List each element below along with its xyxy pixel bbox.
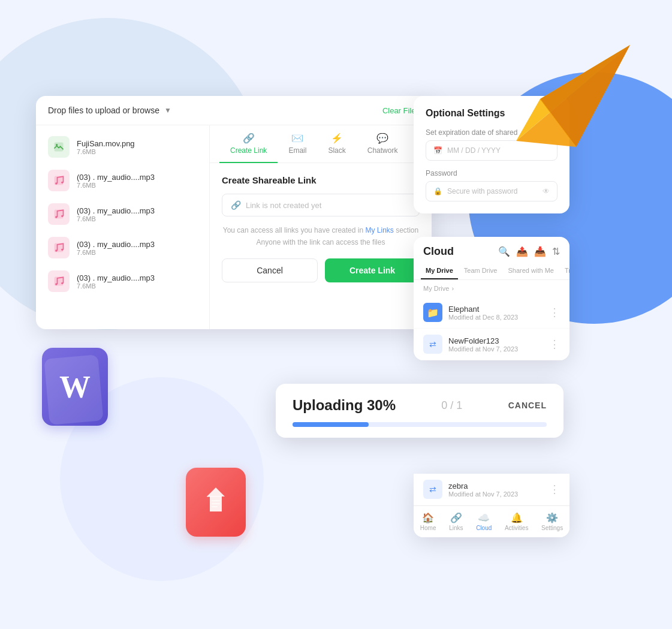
folder-item-zebra[interactable]: ⇄ zebra Modified at Nov 7, 2023 ⋮: [414, 474, 569, 505]
breadcrumb-my-drive[interactable]: My Drive: [423, 285, 449, 292]
nav-label-cloud: Cloud: [476, 525, 492, 531]
tabs-area: 🔗 Create Link ✉️ Email ⚡ Slack 💬 Chatwor…: [210, 125, 432, 329]
file-size: 7.6MB: [77, 182, 197, 189]
link-icon-small: 🔗: [231, 200, 241, 210]
sort-icon[interactable]: ⇅: [552, 246, 560, 257]
lock-icon: 🔒: [433, 187, 442, 195]
my-links-link[interactable]: My Links: [366, 226, 394, 234]
svg-point-11: [61, 215, 63, 217]
anyone-access-text: Anyone with the link can access the file…: [222, 238, 420, 246]
file-name: (03) . my_audio....mp3: [77, 273, 197, 282]
date-placeholder: MM / DD / YYYY: [447, 146, 501, 155]
svg-point-17: [61, 282, 63, 284]
more-options-icon[interactable]: ⋮: [549, 306, 560, 319]
cloud-tab-my-drive[interactable]: My Drive: [421, 263, 458, 279]
upload-icon[interactable]: 📤: [516, 246, 528, 257]
chatwork-icon: 💬: [376, 133, 388, 144]
file-name: (03) . my_audio....mp3: [77, 173, 197, 182]
more-options-icon[interactable]: ⋮: [549, 483, 560, 496]
progress-bar-background: [293, 422, 547, 427]
cloud-tab-shared[interactable]: Shared with Me: [503, 263, 558, 279]
tab-chatwork[interactable]: 💬 Chatwork: [357, 125, 409, 163]
password-input[interactable]: 🔒 Secure with password 👁: [426, 181, 558, 201]
upload-cancel-button[interactable]: CANCEL: [508, 401, 547, 410]
folder-item-elephant[interactable]: 📁 Elephant Modified at Dec 8, 2023 ⋮: [414, 297, 569, 329]
drop-files-button[interactable]: Drop files to upload or browse ▼: [48, 106, 171, 115]
breadcrumb-chevron: ›: [451, 285, 454, 292]
links-icon: 🔗: [450, 512, 462, 523]
file-name: (03) . my_audio....mp3: [77, 240, 197, 249]
cloud-actions: 🔍 📤 📥 ⇅: [498, 246, 560, 257]
svg-point-13: [55, 249, 57, 251]
create-link-title: Create Shareable Link: [222, 175, 420, 185]
nav-item-settings[interactable]: ⚙️ Settings: [541, 512, 563, 531]
file-info: FujiSan.mov.png 7.6MB: [77, 139, 197, 155]
download-icon[interactable]: 📥: [534, 246, 546, 257]
file-info: (03) . my_audio....mp3 7.6MB: [77, 240, 197, 256]
nav-item-home[interactable]: 🏠 Home: [420, 512, 436, 531]
cloud-tab-team-drive[interactable]: Team Drive: [459, 263, 502, 279]
cloud-icon: ☁️: [478, 512, 490, 523]
nav-label-settings: Settings: [541, 525, 563, 531]
upload-bar-top: Uploading 30% 0 / 1 CANCEL: [293, 397, 547, 414]
slack-icon: ⚡: [331, 133, 343, 144]
cancel-button[interactable]: Cancel: [222, 258, 318, 282]
search-icon[interactable]: 🔍: [498, 246, 510, 257]
cloud-breadcrumb: My Drive ›: [414, 280, 569, 297]
password-placeholder: Secure with password: [447, 187, 517, 195]
paper-plane-decoration: [504, 33, 636, 153]
nav-item-links[interactable]: 🔗 Links: [449, 512, 463, 531]
cloud-tabs: My Drive Team Drive Shared with Me Trash: [414, 263, 569, 280]
panel-body: FujiSan.mov.png 7.6MB (03) . my_audio...…: [36, 125, 432, 329]
folder-item-newfolder[interactable]: ⇄ NewFolder123 Modified at Nov 7, 2023 ⋮: [414, 329, 569, 360]
folder-name: Elephant: [448, 305, 543, 314]
more-options-icon[interactable]: ⋮: [549, 338, 560, 351]
pdf-file-icon: [186, 468, 252, 543]
panel-header: Drop files to upload or browse ▼ Clear F…: [36, 96, 432, 125]
tab-slack[interactable]: ⚡ Slack: [317, 125, 356, 163]
list-item: (03) . my_audio....mp3 7.6MB: [36, 164, 209, 197]
word-bg-shape: [44, 354, 103, 425]
info-text-suffix: section: [396, 226, 418, 234]
upload-percent-label: Uploading 30%: [293, 397, 396, 414]
tab-email[interactable]: ✉️ Email: [278, 125, 317, 163]
folder-info: zebra Modified at Nov 7, 2023: [448, 481, 543, 498]
list-item: (03) . my_audio....mp3 7.6MB: [36, 264, 209, 298]
cloud-tab-trash[interactable]: Trash: [560, 263, 569, 279]
tab-email-label: Email: [288, 146, 306, 155]
cloud-header: Cloud 🔍 📤 📥 ⇅: [414, 237, 569, 263]
bell-icon: 🔔: [511, 512, 523, 523]
cloud-panel: Cloud 🔍 📤 📥 ⇅ My Drive Team Drive Shared…: [414, 237, 569, 360]
folder-date: Modified at Nov 7, 2023: [448, 345, 543, 353]
file-info: (03) . my_audio....mp3 7.6MB: [77, 206, 197, 222]
link-placeholder-text: Link is not created yet: [246, 201, 321, 210]
folder-icon-blue: 📁: [423, 303, 442, 322]
pdf-symbol: [201, 484, 231, 520]
tab-create-link[interactable]: 🔗 Create Link: [219, 125, 278, 163]
nav-item-cloud[interactable]: ☁️ Cloud: [476, 512, 492, 531]
drop-files-label: Drop files to upload or browse: [48, 106, 159, 115]
file-icon-audio: [48, 270, 70, 292]
calendar-icon: 📅: [433, 146, 442, 155]
link-input-box[interactable]: 🔗 Link is not created yet: [222, 194, 420, 216]
info-text-prefix: You can access all links you have create…: [223, 226, 363, 234]
file-info: (03) . my_audio....mp3 7.6MB: [77, 173, 197, 189]
cloud-bottom-navigation: 🏠 Home 🔗 Links ☁️ Cloud 🔔 Activities ⚙️ …: [414, 505, 569, 537]
main-upload-panel: Drop files to upload or browse ▼ Clear F…: [36, 96, 432, 329]
create-link-content: Create Shareable Link 🔗 Link is not crea…: [210, 163, 432, 294]
eye-icon[interactable]: 👁: [543, 187, 550, 195]
file-icon-image: [48, 136, 70, 158]
progress-bar-fill: [293, 422, 369, 427]
svg-rect-18: [212, 500, 220, 501]
home-icon: 🏠: [422, 512, 434, 523]
nav-item-activities[interactable]: 🔔 Activities: [505, 512, 528, 531]
folder-icon-share: ⇄: [423, 335, 442, 354]
tab-create-link-label: Create Link: [230, 146, 267, 155]
folder-info: NewFolder123 Modified at Nov 7, 2023: [448, 336, 543, 353]
create-link-button[interactable]: Create Link: [325, 258, 420, 282]
list-item: (03) . my_audio....mp3 7.6MB: [36, 197, 209, 231]
svg-point-8: [61, 182, 63, 183]
tab-slack-label: Slack: [328, 146, 345, 155]
svg-point-7: [55, 182, 57, 184]
svg-rect-19: [212, 503, 220, 504]
